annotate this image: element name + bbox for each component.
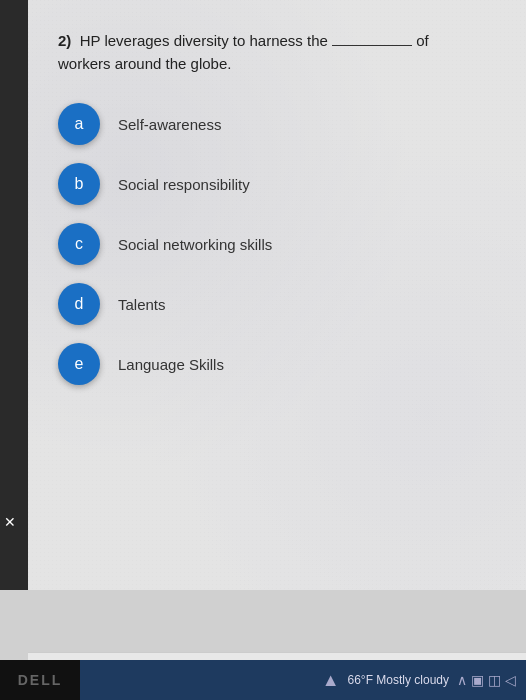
option-c-label: Social networking skills (118, 236, 272, 253)
main-content: 2) HP leverages diversity to harness the… (28, 0, 526, 590)
question-blank (332, 45, 412, 46)
option-e[interactable]: e Language Skills (58, 343, 486, 385)
option-c-id: c (75, 235, 83, 253)
options-list: a Self-awareness b Social responsibility… (58, 103, 486, 385)
option-b-id: b (75, 175, 84, 193)
taskbar-sys-icons: ∧ ▣ ◫ ◁ (457, 672, 516, 688)
dell-bar: DELL (0, 660, 80, 700)
content-inner: 2) HP leverages diversity to harness the… (58, 30, 486, 385)
option-e-id: e (75, 355, 84, 373)
resize-icon: ✕ (4, 514, 16, 530)
option-b[interactable]: b Social responsibility (58, 163, 486, 205)
taskbar-right: ▲ 66°F Mostly cloudy ∧ ▣ ◫ ◁ (322, 670, 516, 691)
question-number: 2) (58, 32, 71, 49)
option-a-id: a (75, 115, 84, 133)
option-d-id: d (75, 295, 84, 313)
option-a-circle: a (58, 103, 100, 145)
taskbar-sound-icon: ◁ (505, 672, 516, 688)
option-b-label: Social responsibility (118, 176, 250, 193)
option-c-circle: c (58, 223, 100, 265)
taskbar-network-icon: ◫ (488, 672, 501, 688)
option-a-label: Self-awareness (118, 116, 221, 133)
question-text: 2) HP leverages diversity to harness the… (58, 30, 486, 75)
question-body: HP leverages diversity to harness the of… (58, 32, 429, 72)
option-d[interactable]: d Talents (58, 283, 486, 325)
option-a[interactable]: a Self-awareness (58, 103, 486, 145)
taskbar-monitor-icon: ▣ (471, 672, 484, 688)
option-b-circle: b (58, 163, 100, 205)
option-d-label: Talents (118, 296, 166, 313)
taskbar-chevron-icon: ∧ (457, 672, 467, 688)
option-c[interactable]: c Social networking skills (58, 223, 486, 265)
option-e-label: Language Skills (118, 356, 224, 373)
weather-text: 66°F Mostly cloudy (347, 673, 449, 687)
screen: ✕ 2) HP leverages diversity to harness t… (0, 0, 526, 700)
taskbar-weather-icon: ▲ (322, 670, 340, 691)
option-e-circle: e (58, 343, 100, 385)
left-panel: ✕ (0, 0, 28, 590)
dell-logo: DELL (18, 672, 63, 688)
option-d-circle: d (58, 283, 100, 325)
